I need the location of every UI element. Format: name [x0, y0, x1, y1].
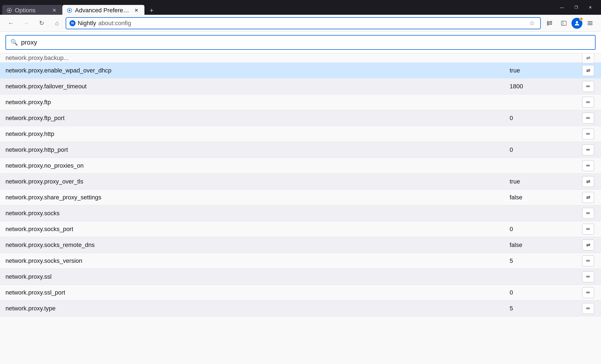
svg-point-11 — [576, 21, 578, 23]
svg-rect-12 — [588, 21, 593, 22]
table-row[interactable]: network.proxy.socks_remote_dnsfalse⇌ — [0, 237, 601, 253]
pref-action: ✏ — [581, 303, 596, 314]
pref-name: network.proxy.http_port — [5, 146, 510, 153]
tab-options[interactable]: Options ✕ — [2, 5, 62, 15]
reload-button[interactable]: ↻ — [35, 17, 48, 30]
edit-button[interactable]: ✏ — [582, 81, 594, 92]
bookmark-button[interactable]: ☆ — [527, 18, 537, 28]
table-row[interactable]: network.proxy.ftp✏ — [0, 94, 601, 110]
library-button[interactable] — [543, 17, 556, 30]
edit-button[interactable]: ✏ — [582, 113, 594, 124]
table-row[interactable]: network.proxy.socks✏ — [0, 205, 601, 221]
pref-value: 1800 — [510, 83, 581, 90]
table-row[interactable]: network.proxy.proxy_over_tlstrue⇌ — [0, 174, 601, 190]
table-row[interactable]: network.proxy.http✏ — [0, 126, 601, 142]
pref-action: ✏ — [581, 81, 596, 92]
menu-button[interactable] — [583, 17, 597, 30]
edit-button[interactable]: ✏ — [582, 255, 594, 266]
pref-value: 0 — [510, 146, 581, 153]
address-bar[interactable]: N Nightly about:config ☆ — [66, 17, 541, 29]
pref-action: ⇌ — [581, 192, 596, 203]
svg-rect-9 — [561, 21, 566, 25]
forward-button[interactable]: → — [20, 17, 33, 30]
table-row[interactable]: network.proxy.ssl✏ — [0, 269, 601, 285]
toggle-button[interactable]: ⇌ — [582, 176, 594, 187]
pref-value: true — [510, 67, 581, 74]
avatar-icon — [574, 20, 580, 27]
pref-name: network.proxy.ftp — [5, 99, 510, 106]
edit-button[interactable]: ✏ — [582, 160, 594, 171]
table-row[interactable]: network.proxy.socks_version5✏ — [0, 253, 601, 269]
pref-name: network.proxy.ssl_port — [5, 289, 510, 296]
search-input[interactable] — [21, 39, 591, 46]
pref-action: ✏ — [581, 160, 596, 171]
titlebar: Options ✕ Advanced Preferences ✕ + — ❐ ✕ — [0, 0, 601, 15]
svg-rect-6 — [550, 21, 552, 22]
table-row[interactable]: network.proxy.type5✏ — [0, 301, 601, 316]
edit-button[interactable]: ✏ — [582, 129, 594, 139]
close-button[interactable]: ✕ — [584, 3, 597, 12]
svg-rect-7 — [550, 22, 552, 23]
toggle-button[interactable]: ⇌ — [582, 192, 594, 203]
pref-value: false — [510, 194, 581, 201]
minimize-button[interactable]: — — [556, 3, 568, 12]
search-icon: 🔍 — [10, 39, 18, 46]
pref-name: network.proxy.enable_wpad_over_dhcp — [5, 67, 510, 74]
edit-button[interactable]: ✏ — [582, 287, 594, 298]
table-row[interactable]: network.proxy.ftp_port0✏ — [0, 110, 601, 126]
pref-value: false — [510, 241, 581, 249]
site-name: Nightly — [78, 20, 96, 27]
table-row[interactable]: network.proxy.socks_port0✏ — [0, 221, 601, 237]
pref-name: network.proxy.socks_remote_dns — [5, 241, 510, 249]
table-row[interactable]: network.proxy.ssl_port0✏ — [0, 285, 601, 301]
toolbar-right — [543, 17, 597, 30]
address-text: about:config — [98, 20, 525, 27]
toggle-button[interactable]: ⇌ — [582, 53, 594, 63]
toggle-button[interactable]: ⇌ — [582, 65, 594, 76]
toggle-button[interactable]: ⇌ — [582, 240, 594, 251]
tab-advanced-prefs[interactable]: Advanced Preferences ✕ — [62, 5, 144, 15]
edit-button[interactable]: ✏ — [582, 224, 594, 235]
maximize-button[interactable]: ❐ — [570, 3, 582, 12]
advanced-prefs-tab-icon — [67, 8, 72, 13]
table-row[interactable]: network.proxy.enable_wpad_over_dhcptrue⇌ — [0, 63, 601, 78]
pref-action: ⇌ — [581, 65, 596, 76]
pref-name: network.proxy.share_proxy_settings — [5, 194, 510, 201]
pref-action: ⇌ — [581, 53, 596, 63]
home-button[interactable]: ⌂ — [50, 17, 63, 30]
options-tab-icon — [7, 8, 12, 13]
tab-options-close[interactable]: ✕ — [50, 7, 58, 14]
svg-point-3 — [69, 10, 70, 11]
table-row[interactable]: network.proxy.backup... ⇌ — [0, 53, 601, 63]
sidebar-button[interactable] — [557, 17, 570, 30]
tab-advanced-prefs-label: Advanced Preferences — [75, 7, 130, 14]
tab-advanced-prefs-close[interactable]: ✕ — [132, 7, 140, 14]
table-row[interactable]: network.proxy.no_proxies_on✏ — [0, 158, 601, 174]
edit-button[interactable]: ✏ — [582, 208, 594, 219]
pref-value: 0 — [510, 115, 581, 122]
toolbar: ← → ↻ ⌂ N Nightly about:config ☆ — [0, 15, 601, 32]
svg-rect-4 — [547, 21, 548, 25]
preferences-list: network.proxy.backup... ⇌ network.proxy.… — [0, 53, 601, 364]
edit-button[interactable]: ✏ — [582, 97, 594, 108]
new-tab-button[interactable]: + — [146, 5, 158, 15]
edit-button[interactable]: ✏ — [582, 303, 594, 314]
pref-name: network.proxy.failover_timeout — [5, 83, 510, 90]
hamburger-icon — [587, 20, 593, 26]
table-row[interactable]: network.proxy.http_port0✏ — [0, 142, 601, 158]
pref-name: network.proxy.socks_port — [5, 226, 510, 233]
table-row[interactable]: network.proxy.share_proxy_settingsfalse⇌ — [0, 190, 601, 205]
edit-button[interactable]: ✏ — [582, 144, 594, 155]
back-button[interactable]: ← — [4, 17, 18, 30]
pref-action: ✏ — [581, 97, 596, 108]
pref-action: ✏ — [581, 129, 596, 139]
avatar-badge — [579, 17, 583, 21]
pref-name: network.proxy.ftp_port — [5, 115, 510, 122]
pref-value: 5 — [510, 305, 581, 312]
edit-button[interactable]: ✏ — [582, 271, 594, 282]
account-avatar[interactable] — [571, 18, 582, 29]
tab-options-label: Options — [15, 7, 48, 14]
svg-point-1 — [8, 10, 10, 11]
table-row[interactable]: network.proxy.failover_timeout1800✏ — [0, 78, 601, 94]
pref-name: network.proxy.socks — [5, 210, 510, 217]
